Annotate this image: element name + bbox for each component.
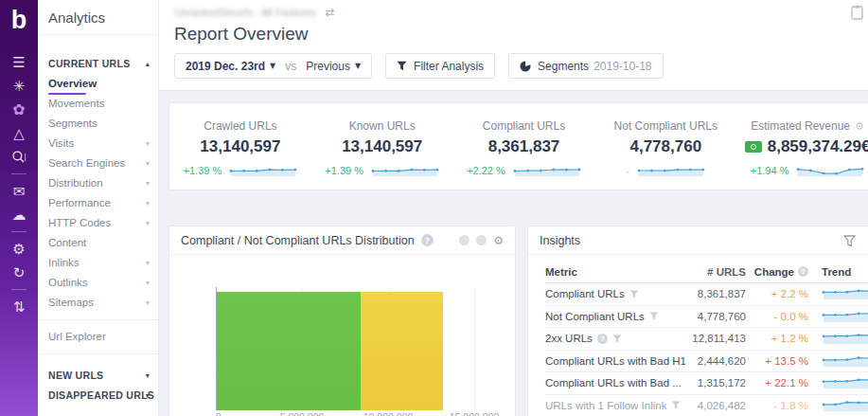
trend-sparkline bbox=[822, 353, 868, 368]
gear-icon[interactable]: ⚙ bbox=[855, 120, 864, 133]
kpi-estimated-revenue: Estimated Revenue⚙ 8,859,374.29€ +1.94 % bbox=[736, 119, 868, 190]
crawler-icon[interactable]: ✳ bbox=[0, 74, 38, 98]
segments-selector[interactable]: Segments 2019-10-18 bbox=[508, 53, 663, 79]
rail-divider bbox=[11, 289, 27, 290]
sidebar-section-disappeared-urls[interactable]: DISAPPEARED URLS▾ bbox=[38, 386, 158, 406]
sidebar-item-movements[interactable]: Movements bbox=[38, 94, 158, 114]
trend-sparkline bbox=[822, 330, 868, 345]
info-icon[interactable]: ? bbox=[597, 334, 608, 344]
sidebar-item-sitemaps[interactable]: Sitemaps▾ bbox=[38, 293, 158, 313]
page-header: UnrankedSmurfs - All Features ⇄ Report O… bbox=[159, 0, 868, 91]
clipboard-icon[interactable] bbox=[851, 5, 863, 24]
filter-icon[interactable] bbox=[649, 312, 659, 320]
filter-icon[interactable] bbox=[629, 290, 639, 298]
chart-option-icon[interactable] bbox=[459, 235, 469, 245]
sidebar-item-http-codes[interactable]: HTTP Codes▾ bbox=[38, 213, 158, 233]
list-icon[interactable]: ☰ bbox=[0, 50, 38, 74]
dashboard-content: Crawled URLs 13,140,597 +1.39 % Known UR… bbox=[159, 91, 868, 416]
kpi-change: +1.39 % bbox=[184, 165, 222, 176]
info-icon[interactable]: ? bbox=[798, 266, 808, 277]
chevron-down-icon: ▾ bbox=[146, 293, 150, 313]
sidebar-item-distribution[interactable]: Distribution▾ bbox=[38, 173, 158, 193]
table-row[interactable]: 2xx URLs? 12,811,413 + 1.2 % bbox=[545, 328, 868, 351]
insights-title: Insights bbox=[540, 234, 580, 247]
sidebar-item-segments[interactable]: Segments bbox=[38, 114, 158, 134]
analytics-icon[interactable]: ✿ bbox=[0, 98, 38, 121]
switch-project-icon[interactable]: ⇄ bbox=[325, 6, 334, 19]
botify-logo[interactable]: b bbox=[11, 5, 27, 35]
distribution-chart-card: Compliant / Not Compliant URLs Distribut… bbox=[168, 226, 516, 416]
x-tick: 10,000,000 bbox=[363, 411, 414, 416]
help-icon[interactable]: ? bbox=[421, 234, 434, 246]
filter-icon[interactable] bbox=[671, 401, 681, 409]
table-row[interactable]: Not Compliant URLs 4,778,760 - 0.0 % bbox=[545, 306, 868, 329]
table-row[interactable]: Compliant URLs with Bad ... 1,315,172 + … bbox=[545, 372, 868, 395]
sidebar-item-performance[interactable]: Performance▾ bbox=[38, 193, 158, 213]
kpi-crawled-urls: Crawled URLs 13,140,597 +1.39 % bbox=[169, 119, 311, 190]
sidebar-section-current-urls[interactable]: CURRENT URLS▴ bbox=[38, 54, 158, 74]
date-dropdown[interactable]: 2019 Dec. 23rd bbox=[186, 60, 265, 73]
app-icon-rail: b ☰ ✳ ✿ △ ✉ ☁ ⚙ ↻ ⇅ bbox=[0, 0, 38, 416]
delta-icon[interactable]: △ bbox=[0, 121, 38, 145]
search-icon[interactable] bbox=[0, 145, 38, 169]
x-tick: 15,000,000 bbox=[450, 411, 500, 416]
filter-icon[interactable] bbox=[612, 335, 622, 343]
table-row[interactable]: Compliant URLs with Bad H1 2,444,620 + 1… bbox=[545, 351, 868, 373]
refresh-icon[interactable]: ↻ bbox=[0, 261, 38, 284]
sidebar-item-inlinks[interactable]: Inlinks▾ bbox=[38, 253, 158, 273]
kpi-title: Not Compliant URLs bbox=[614, 119, 717, 133]
kpi-sparkline bbox=[229, 164, 297, 177]
swap-icon[interactable]: ⇅ bbox=[0, 295, 38, 318]
kpi-value: 8,859,374.29€ bbox=[768, 137, 868, 156]
sidebar-item-overview[interactable]: Overview bbox=[38, 74, 158, 94]
chart-option-icon[interactable] bbox=[476, 235, 487, 245]
funnel-icon bbox=[397, 61, 407, 71]
table-row[interactable]: URLs with 1 Follow Inlink 4,026,482 - 1.… bbox=[545, 395, 868, 416]
kpi-title: Estimated Revenue bbox=[751, 119, 850, 133]
gear-icon[interactable]: ⚙ bbox=[493, 234, 504, 247]
divider bbox=[38, 319, 158, 320]
funnel-icon[interactable] bbox=[843, 234, 856, 251]
trend-sparkline bbox=[822, 397, 868, 412]
y-axis-line bbox=[216, 287, 217, 410]
gear-icon[interactable]: ⚙ bbox=[0, 237, 38, 261]
kpi-change: +1.94 % bbox=[751, 165, 789, 176]
chevron-down-icon: ▾ bbox=[146, 134, 150, 154]
bar-not-compliant[interactable] bbox=[361, 292, 443, 410]
sidebar-section-new-urls[interactable]: NEW URLS▾ bbox=[38, 366, 158, 386]
kpi-change: - bbox=[626, 165, 629, 176]
insights-table-header: Metric # URLS Change? Trend bbox=[545, 255, 868, 283]
divider bbox=[38, 353, 158, 354]
chevron-down-icon: ▾ bbox=[146, 154, 150, 173]
kpi-title: Known URLs bbox=[349, 119, 416, 133]
sidebar-item-url-explorer[interactable]: Url Explorer bbox=[38, 327, 158, 347]
date-compare-selector[interactable]: 2019 Dec. 23rd ▼ vs Previous ▼ bbox=[174, 53, 372, 79]
kpi-sparkline bbox=[513, 164, 581, 177]
kpi-value: 13,140,597 bbox=[200, 137, 280, 156]
filter-analysis-button[interactable]: Filter Analysis bbox=[385, 53, 495, 79]
sidebar-item-search-engines[interactable]: Search Engines▾ bbox=[38, 154, 158, 173]
rail-divider bbox=[11, 231, 27, 232]
analytics-sidebar: Analytics CURRENT URLS▴ Overview Movemen… bbox=[38, 0, 159, 416]
export-icon[interactable]: ✉ bbox=[0, 179, 38, 203]
x-tick: 5,000,000 bbox=[280, 411, 325, 416]
insights-table: Metric # URLS Change? Trend Compliant UR… bbox=[528, 255, 868, 416]
page-title: Report Overview bbox=[174, 24, 868, 45]
compare-dropdown[interactable]: Previous bbox=[306, 60, 350, 73]
kpi-sparkline bbox=[371, 164, 439, 177]
chevron-up-icon: ▴ bbox=[146, 54, 150, 74]
chevron-down-icon: ▾ bbox=[146, 173, 150, 193]
trend-sparkline bbox=[822, 285, 868, 300]
cloud-icon[interactable]: ☁ bbox=[0, 203, 38, 226]
table-row[interactable]: Compliant URLs 8,361,837 + 2.2 % bbox=[545, 283, 868, 306]
vs-label: vs bbox=[285, 60, 296, 73]
sidebar-item-content[interactable]: Content bbox=[38, 233, 158, 253]
kpi-known-urls: Known URLs 13,140,597 +1.39 % bbox=[311, 119, 453, 190]
sidebar-item-visits[interactable]: Visits▾ bbox=[38, 134, 158, 154]
project-name-blurred[interactable]: UnrankedSmurfs - All Features bbox=[174, 7, 316, 18]
kpi-change: +1.39 % bbox=[325, 165, 363, 176]
kpi-not-compliant-urls: Not Compliant URLs 4,778,760 - bbox=[594, 119, 736, 190]
sidebar-item-outlinks[interactable]: Outlinks▾ bbox=[38, 273, 158, 293]
bar-compliant[interactable] bbox=[217, 292, 361, 410]
kpi-summary-card: Crawled URLs 13,140,597 +1.39 % Known UR… bbox=[168, 102, 868, 190]
